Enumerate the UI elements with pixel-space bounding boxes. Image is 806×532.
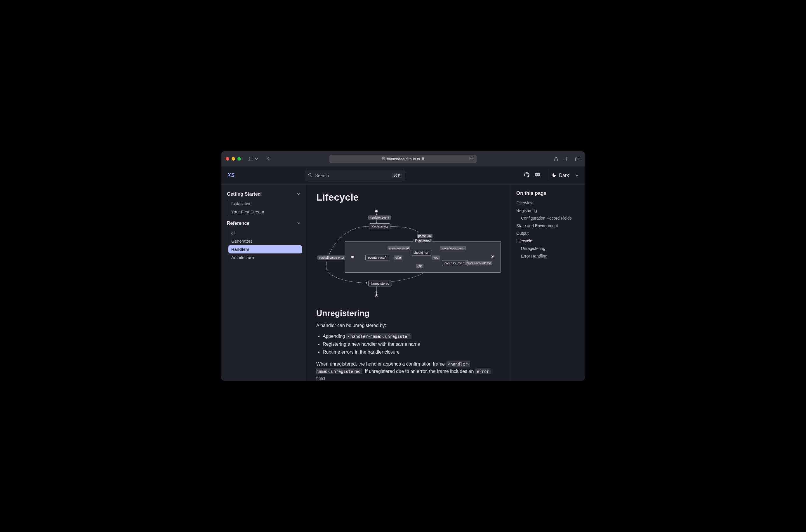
github-icon[interactable] [524,172,529,179]
search-shortcut: ⌘ K [392,173,402,178]
diagram-node-registering: Registering [369,223,390,229]
chevron-down-icon [297,221,300,226]
globe-icon [381,156,385,161]
chevron-down-icon [297,192,300,197]
svg-rect-3 [422,158,424,160]
section-unregistering: Unregistering [316,309,500,318]
diagram-inner-start [351,256,354,258]
toc-item-state-environment[interactable]: State and Environment [516,222,580,229]
toc-item-overview[interactable]: Overview [516,199,580,207]
discord-icon[interactable] [535,173,540,178]
svg-rect-7 [576,158,579,161]
toc-item-error-handling[interactable]: Error Handling [516,252,580,260]
back-button[interactable] [267,156,270,161]
sidebar-section-title: Reference [227,221,249,226]
diagram-node-unregistered: Unregistered [368,281,392,286]
diagram-label-event-received: event received [388,246,410,250]
diagram-node-events-recv: events.recv() [365,254,389,261]
brand-logo[interactable]: XS [227,172,235,178]
tab-overview-icon[interactable] [575,156,580,162]
theme-toggle[interactable]: Dark [547,170,579,181]
safari-window: cablehead.github.io XS [221,151,585,381]
sidebar-item-generators[interactable]: Generators [228,237,302,245]
list-item: Runtime errors in the handler closure [323,348,500,356]
diagram-node-process-event: process_event [442,260,468,266]
share-icon[interactable] [554,156,558,162]
list-item: Registering a new handler with the same … [323,340,500,348]
sidebar-item-installation[interactable]: Installation [228,200,302,208]
sidebar-item-your-first-stream[interactable]: Your First Stream [228,208,302,216]
sidebar-section-reference[interactable]: Reference [225,219,302,228]
minimize-window-button[interactable] [231,157,235,160]
page-title: Lifecycle [316,192,500,203]
sidebar-item-handlers[interactable]: Handlers [228,245,302,253]
chevron-down-icon[interactable] [255,157,258,160]
reader-mode-icon[interactable] [470,157,474,161]
p-intro: A handler can be unregistered by: [316,322,500,329]
sidebar: Getting Started Installation Your First … [221,185,306,381]
toc-item-registering[interactable]: Registering [516,207,580,214]
main-content[interactable]: Lifecycle [306,185,510,381]
svg-point-8 [309,173,311,176]
svg-rect-5 [470,158,473,159]
sidebar-item-cli[interactable]: cli [228,229,302,237]
diagram-inner-final [491,255,494,259]
unregister-list: Appending <handler-name>.unregister Regi… [323,332,500,356]
sidebar-section-getting-started[interactable]: Getting Started [225,190,302,198]
chevron-down-icon [575,173,579,178]
sidebar-toggle-icon[interactable] [248,157,253,161]
diagram-label-parse-ok: parse OK [417,234,432,238]
diagram-label-unregister-event: .unregister event [440,246,466,250]
diagram-label-yep: yep [432,255,440,260]
app-header: XS Search ⌘ K Dark [221,167,585,185]
toc-item-lifecycle[interactable]: Lifecycle [516,237,580,245]
p-after: When unregistered, the handler appends a… [316,361,500,381]
traffic-lights[interactable] [226,157,241,160]
toc-item-output[interactable]: Output [516,229,580,237]
search-placeholder: Search [315,173,329,178]
app: XS Search ⌘ K Dark [221,167,585,381]
safari-titlebar: cablehead.github.io [221,151,585,167]
diagram-label-parse-error: nushell parse error [317,255,346,260]
toc-item-unregistering[interactable]: Unregistering [516,245,580,252]
toc-title: On this page [516,190,580,196]
diagram-node-should-run: should_run [411,250,432,255]
code-inline: <handler-name>.unregister [346,334,411,339]
lock-icon [422,157,425,161]
diagram-label-register-event: .register event [368,215,391,220]
svg-rect-0 [248,157,253,161]
diagram-start-dot [375,210,378,212]
lifecycle-diagram: .register event Registering parse OK nus… [316,208,501,299]
sidebar-section-title: Getting Started [227,192,261,197]
sidebar-item-architecture[interactable]: Architecture [228,253,302,262]
fullscreen-window-button[interactable] [238,157,241,160]
address-bar[interactable]: cablehead.github.io [330,155,476,163]
diagram-group-title: Registered [413,239,432,242]
moon-icon [552,173,557,178]
svg-line-9 [311,175,312,177]
diagram-label-skip: skip [394,255,402,260]
new-tab-icon[interactable] [564,156,569,162]
toc-item-config-record-fields[interactable]: Configuration Record Fields [516,214,580,222]
list-item: Appending <handler-name>.unregister [323,332,500,340]
close-window-button[interactable] [226,157,229,160]
diagram-label-ok: OK [416,264,424,268]
diagram-final [375,293,378,297]
search-icon [308,173,312,178]
table-of-contents: On this page Overview Registering Config… [510,185,585,381]
code-inline: error [475,368,491,374]
theme-label: Dark [559,173,569,178]
search-input[interactable]: Search ⌘ K [305,170,405,181]
address-text: cablehead.github.io [387,157,420,161]
diagram-label-error-encountered: error encountered [465,261,492,265]
